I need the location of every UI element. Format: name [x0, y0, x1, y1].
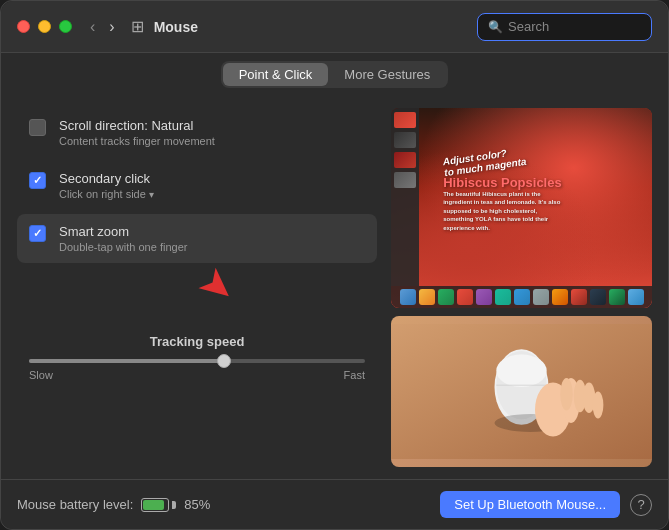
nav-buttons: ‹ ›	[86, 16, 119, 38]
main-window: ‹ › ⊞ Mouse 🔍 Point & Click More Gesture…	[0, 0, 669, 530]
minimize-button[interactable]	[38, 20, 51, 33]
slide-thumb-4	[394, 172, 416, 188]
slide-thumb-2	[394, 132, 416, 148]
tab-point-click[interactable]: Point & Click	[223, 63, 329, 86]
right-panel: Adjust color?to much magenta Hibiscus Po…	[391, 108, 652, 467]
secondary-click-text: Secondary click Click on right side ▾	[59, 171, 154, 200]
scroll-direction-checkbox-unchecked	[29, 119, 46, 136]
tracking-speed-section: Tracking speed Slow Fast	[17, 326, 377, 389]
slide-text: Adjust color?to much magenta Hibiscus Po…	[443, 148, 563, 232]
smart-zoom-checkbox-checked: ✓	[29, 225, 46, 242]
dock-icon-10	[571, 289, 587, 305]
content-area: Scroll direction: Natural Content tracks…	[1, 96, 668, 479]
slide-thumb-3	[394, 152, 416, 168]
smart-zoom-text: Smart zoom Double-tap with one finger	[59, 224, 187, 253]
slider-thumb[interactable]	[217, 354, 231, 368]
battery-percent: 85%	[184, 497, 210, 512]
bottom-preview	[391, 316, 652, 467]
arrow-indicator: ➤	[17, 271, 377, 310]
slide-thumb-1	[394, 112, 416, 128]
scroll-direction-desc: Content tracks finger movement	[59, 135, 215, 147]
dock-icon-3	[438, 289, 454, 305]
slider-container: Slow Fast	[29, 359, 365, 381]
dock-icon-13	[628, 289, 644, 305]
back-button[interactable]: ‹	[86, 16, 99, 38]
slide-sidebar	[391, 108, 419, 286]
traffic-lights	[17, 20, 72, 33]
search-box[interactable]: 🔍	[477, 13, 652, 41]
secondary-click-setting: ✓ Secondary click Click on right side ▾	[17, 161, 377, 210]
secondary-click-checkbox-checked: ✓	[29, 172, 46, 189]
top-preview: Adjust color?to much magenta Hibiscus Po…	[391, 108, 652, 308]
bottombar: Mouse battery level: 85% Set Up Bluetoot…	[1, 479, 668, 529]
battery-icon	[141, 498, 176, 512]
dock-icon-7	[514, 289, 530, 305]
dock-icon-8	[533, 289, 549, 305]
slider-track	[29, 359, 365, 363]
search-icon: 🔍	[488, 20, 503, 34]
maximize-button[interactable]	[59, 20, 72, 33]
chevron-down-icon: ▾	[149, 189, 154, 200]
search-input[interactable]	[508, 19, 641, 34]
mouse-hand-svg	[391, 316, 652, 467]
tab-more-gestures[interactable]: More Gestures	[328, 63, 446, 86]
dock-icon-1	[400, 289, 416, 305]
tabbar: Point & Click More Gestures	[1, 53, 668, 96]
dock-icon-11	[590, 289, 606, 305]
svg-point-4	[496, 355, 546, 387]
scroll-direction-checkbox[interactable]	[29, 119, 47, 137]
battery-body	[141, 498, 169, 512]
slide-title: Hibiscus Popsicles	[443, 175, 563, 190]
window-title: Mouse	[154, 19, 477, 35]
battery-fill	[143, 500, 163, 510]
scroll-direction-text: Scroll direction: Natural Content tracks…	[59, 118, 215, 147]
left-panel: Scroll direction: Natural Content tracks…	[17, 108, 377, 467]
svg-point-12	[593, 392, 604, 419]
svg-point-9	[560, 378, 573, 410]
bottom-right: Set Up Bluetooth Mouse... ?	[440, 491, 652, 518]
smart-zoom-title: Smart zoom	[59, 224, 187, 239]
help-button[interactable]: ?	[630, 494, 652, 516]
dock-icon-4	[457, 289, 473, 305]
battery-section: Mouse battery level: 85%	[17, 497, 210, 512]
dock-icon-5	[476, 289, 492, 305]
slide-preview: Adjust color?to much magenta Hibiscus Po…	[391, 108, 652, 308]
smart-zoom-checkbox[interactable]: ✓	[29, 225, 47, 243]
dock-icon-6	[495, 289, 511, 305]
battery-label: Mouse battery level:	[17, 497, 133, 512]
dock-icon-2	[419, 289, 435, 305]
tracking-speed-label: Tracking speed	[29, 334, 365, 349]
smart-zoom-desc: Double-tap with one finger	[59, 241, 187, 253]
secondary-click-desc[interactable]: Click on right side ▾	[59, 188, 154, 200]
bluetooth-button[interactable]: Set Up Bluetooth Mouse...	[440, 491, 620, 518]
titlebar: ‹ › ⊞ Mouse 🔍	[1, 1, 668, 53]
forward-button[interactable]: ›	[105, 16, 118, 38]
dock-bar	[391, 286, 652, 308]
tab-group: Point & Click More Gestures	[221, 61, 449, 88]
slider-labels: Slow Fast	[29, 369, 365, 381]
dock-icon-12	[609, 289, 625, 305]
slider-slow-label: Slow	[29, 369, 53, 381]
dock-icon-9	[552, 289, 568, 305]
secondary-click-checkbox[interactable]: ✓	[29, 172, 47, 190]
scroll-direction-title: Scroll direction: Natural	[59, 118, 215, 133]
battery-tip	[172, 501, 176, 509]
slide-body-text: The beautiful Hibiscus plant is the ingr…	[443, 190, 563, 232]
slider-fill	[29, 359, 224, 363]
slider-fast-label: Fast	[344, 369, 365, 381]
arrow-icon: ➤	[188, 255, 246, 315]
close-button[interactable]	[17, 20, 30, 33]
scroll-direction-setting: Scroll direction: Natural Content tracks…	[17, 108, 377, 157]
secondary-click-title: Secondary click	[59, 171, 154, 186]
smart-zoom-setting: ✓ Smart zoom Double-tap with one finger	[17, 214, 377, 263]
mouse-hand-preview	[391, 316, 652, 467]
grid-icon[interactable]: ⊞	[131, 17, 144, 36]
